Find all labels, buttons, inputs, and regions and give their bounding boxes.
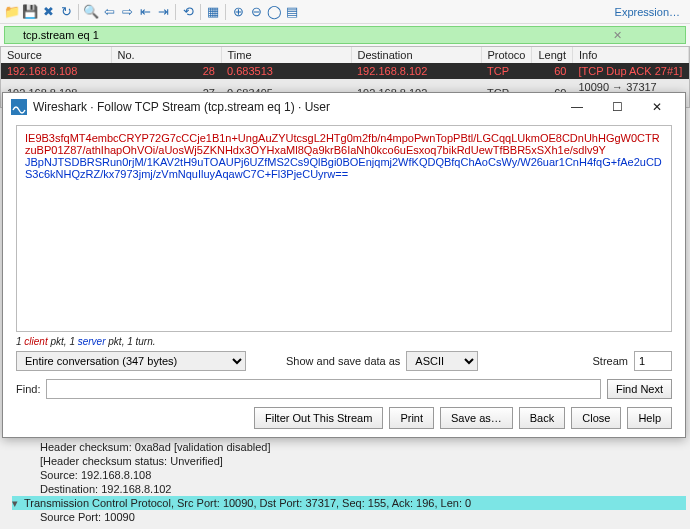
print-button[interactable]: Print [389,407,434,429]
go-prev-icon[interactable]: ⇦ [101,4,117,20]
detail-line[interactable]: Header checksum: 0xa8ad [validation disa… [12,440,686,454]
resize-columns-icon[interactable]: ▤ [284,4,300,20]
detail-line[interactable]: Source Port: 10090 [12,510,686,524]
dialog-titlebar: Wireshark · Follow TCP Stream (tcp.strea… [3,93,685,121]
zoom-reset-icon[interactable]: ◯ [266,4,282,20]
col-no[interactable]: No. [111,47,221,63]
close-window-button[interactable]: ✕ [637,95,677,119]
reload-icon[interactable]: ↻ [58,4,74,20]
follow-stream-dialog: Wireshark · Follow TCP Stream (tcp.strea… [2,92,686,438]
show-as-label: Show and save data as [286,355,400,367]
close-file-icon[interactable]: ✖ [40,4,56,20]
col-destination[interactable]: Destination [351,47,481,63]
col-length[interactable]: Lengt [532,47,573,63]
display-filter-bar: ▸ ✕ [0,24,690,46]
back-button[interactable]: Back [519,407,565,429]
save-as-button[interactable]: Save as… [440,407,513,429]
save-icon[interactable]: 💾 [22,4,38,20]
server-data: JBpNJTSDBRSRun0rjM/1KAV2tH9uTOAUPj6UZfMS… [25,156,663,180]
col-protocol[interactable]: Protoco [481,47,532,63]
find-icon[interactable]: 🔍 [83,4,99,20]
packet-list-header: Source No. Time Destination Protoco Leng… [1,47,689,63]
show-as-select[interactable]: ASCII [406,351,478,371]
colorize-icon[interactable]: ▦ [205,4,221,20]
close-button[interactable]: Close [571,407,621,429]
go-last-icon[interactable]: ⇥ [155,4,171,20]
detail-line[interactable]: Source: 192.168.8.108 [12,468,686,482]
filter-out-button[interactable]: Filter Out This Stream [254,407,383,429]
filter-clear-icon[interactable]: ✕ [613,29,622,42]
go-next-icon[interactable]: ⇨ [119,4,135,20]
display-filter-input[interactable] [4,26,686,44]
go-first-icon[interactable]: ⇤ [137,4,153,20]
main-toolbar: 📁 💾 ✖ ↻ 🔍 ⇦ ⇨ ⇤ ⇥ ⟲ ▦ ⊕ ⊖ ◯ ▤ Expression… [0,0,690,24]
open-icon[interactable]: 📁 [4,4,20,20]
detail-line[interactable]: Destination: 192.168.8.102 [12,482,686,496]
find-input[interactable] [46,379,600,399]
minimize-button[interactable]: — [557,95,597,119]
find-next-button[interactable]: Find Next [607,379,672,399]
detail-line-selected[interactable]: ▾Transmission Control Protocol, Src Port… [12,496,686,510]
zoom-in-icon[interactable]: ⊕ [230,4,246,20]
expand-caret-icon[interactable]: ▾ [12,496,24,510]
col-time[interactable]: Time [221,47,351,63]
expression-link[interactable]: Expression… [609,6,686,18]
svg-rect-0 [11,99,27,115]
col-info[interactable]: Info [572,47,688,63]
dialog-title: Wireshark · Follow TCP Stream (tcp.strea… [33,100,557,114]
client-data: IE9B3sfqMT4embcCRYP72G7cCCje1B1n+UngAuZY… [25,132,663,156]
maximize-button[interactable]: ☐ [597,95,637,119]
conversation-select[interactable]: Entire conversation (347 bytes) [16,351,246,371]
stream-content[interactable]: IE9B3sfqMT4embcCRYP72G7cCCje1B1n+UngAuZY… [16,125,672,332]
stream-label: Stream [593,355,628,367]
help-button[interactable]: Help [627,407,672,429]
find-label: Find: [16,383,40,395]
zoom-out-icon[interactable]: ⊖ [248,4,264,20]
packet-details[interactable]: Header checksum: 0xa8ad [validation disa… [12,440,686,524]
auto-scroll-icon[interactable]: ⟲ [180,4,196,20]
packet-row[interactable]: 192.168.8.108 28 0.683513 192.168.8.102 … [1,63,689,79]
col-source[interactable]: Source [1,47,111,63]
detail-line[interactable]: [Header checksum status: Unverified] [12,454,686,468]
wireshark-icon [11,99,27,115]
pkt-summary: 1 client pkt, 1 server pkt, 1 turn. [16,336,672,347]
stream-number-input[interactable] [634,351,672,371]
